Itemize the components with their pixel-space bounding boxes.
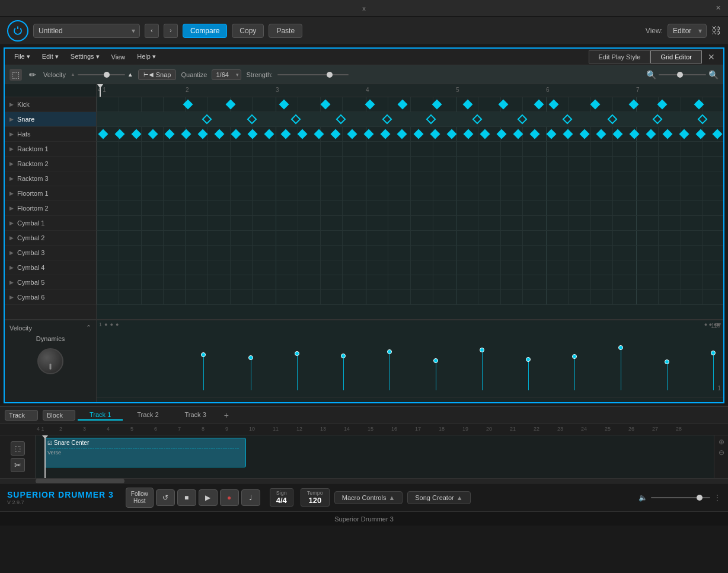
grid-row-cymbal2[interactable] [97, 231, 723, 246]
track-cymbal3[interactable]: ▶ Cymbal 3 [5, 246, 96, 260]
track-block[interactable]: ☑ Snare Center Verse [44, 438, 246, 467]
track-cymbal6[interactable]: ▶ Cymbal 6 [5, 290, 96, 305]
note[interactable] [398, 100, 408, 110]
note[interactable] [596, 129, 606, 139]
velocity-expand-icon[interactable]: ⌃ [86, 324, 91, 332]
grid-row-racktom1[interactable] [97, 142, 723, 157]
note[interactable] [499, 100, 509, 110]
note[interactable] [549, 100, 559, 110]
note-ghost[interactable] [472, 114, 483, 125]
note[interactable] [264, 129, 274, 139]
note[interactable] [657, 100, 668, 110]
block-dropdown[interactable]: Block [43, 410, 75, 421]
more-options-icon[interactable]: ⋮ [714, 494, 721, 502]
vel-node[interactable] [572, 354, 577, 359]
note-ghost[interactable] [247, 114, 257, 125]
note[interactable] [563, 129, 573, 139]
note[interactable] [464, 129, 474, 139]
track-cymbal2[interactable]: ▶ Cymbal 2 [5, 231, 96, 246]
track-racktom2[interactable]: ▶ Racktom 2 [5, 157, 96, 171]
note-ghost[interactable] [336, 114, 346, 125]
note[interactable] [198, 129, 208, 139]
power-button[interactable] [7, 20, 28, 42]
note[interactable] [530, 129, 540, 139]
note[interactable] [646, 129, 656, 139]
note[interactable] [463, 100, 473, 110]
note[interactable] [226, 100, 236, 110]
grid-row-cymbal4[interactable] [97, 260, 723, 275]
zoom-out-icon[interactable]: 🔍 [646, 70, 656, 79]
song-creator-button[interactable]: Song Creator ▲ [407, 491, 470, 504]
note[interactable] [513, 129, 523, 139]
note[interactable] [281, 129, 291, 139]
play-button[interactable]: ▶ [199, 489, 218, 506]
note[interactable] [331, 129, 341, 139]
grid-row-cymbal6[interactable] [97, 290, 723, 305]
note[interactable] [98, 129, 108, 139]
copy-button[interactable]: Copy [232, 24, 264, 38]
note[interactable] [279, 100, 289, 110]
note[interactable] [381, 129, 391, 139]
editor-close-button[interactable]: ✕ [704, 52, 719, 62]
snap-button[interactable]: ⊢◀ Snap [138, 69, 177, 80]
velocity-slider[interactable] [78, 74, 125, 76]
vel-node[interactable] [433, 358, 438, 363]
note-ghost[interactable] [518, 114, 528, 125]
vel-node[interactable] [387, 349, 392, 354]
record-button[interactable]: ● [220, 489, 239, 506]
track-main[interactable]: ☑ Snare Center Verse [36, 435, 714, 478]
vel-node[interactable] [295, 351, 299, 356]
note[interactable] [365, 100, 375, 110]
stop-button[interactable]: ■ [177, 489, 196, 506]
note[interactable] [181, 129, 191, 139]
note[interactable] [497, 129, 507, 139]
note[interactable] [347, 129, 357, 139]
note[interactable] [534, 100, 544, 110]
note[interactable] [414, 129, 424, 139]
macro-controls-button[interactable]: Macro Controls ▲ [334, 491, 403, 504]
grid-row-snare[interactable] [97, 112, 723, 127]
note[interactable] [115, 129, 125, 139]
preset-dropdown[interactable]: Untitled [33, 24, 140, 38]
note[interactable] [694, 100, 704, 110]
note-ghost[interactable] [563, 114, 573, 125]
view-selector[interactable]: Editor [668, 24, 707, 38]
note[interactable] [165, 129, 175, 139]
note[interactable] [629, 100, 639, 110]
note[interactable] [321, 100, 331, 110]
note[interactable] [480, 129, 490, 139]
tab-track-3[interactable]: Track 3 [173, 410, 218, 421]
compare-button[interactable]: Compare [183, 24, 227, 38]
tab-track-1[interactable]: Track 1 [78, 410, 123, 421]
tab-edit-play-style[interactable]: Edit Play Style [589, 50, 651, 63]
grid-row-floortom2[interactable] [97, 201, 723, 216]
add-track-button[interactable]: + [221, 410, 232, 420]
vel-node[interactable] [711, 351, 716, 355]
select-tool-button[interactable]: ⬚ [9, 69, 22, 81]
forward-button[interactable]: › [164, 24, 178, 38]
note[interactable] [364, 129, 374, 139]
close-window-button[interactable]: ✕ [716, 4, 721, 12]
track-floortom2[interactable]: ▶ Floortom 2 [5, 201, 96, 216]
vel-node[interactable] [341, 354, 346, 358]
pencil-tool-button[interactable]: ✏ [27, 69, 39, 81]
note-ghost[interactable] [653, 114, 663, 125]
track-cymbal4[interactable]: ▶ Cymbal 4 [5, 260, 96, 275]
note[interactable] [432, 100, 442, 110]
grid-row-cymbal3[interactable] [97, 246, 723, 260]
note[interactable] [630, 129, 640, 139]
note-ghost[interactable] [291, 114, 301, 125]
note[interactable] [663, 129, 673, 139]
track-zoom-in-icon[interactable]: ⊕ [719, 438, 724, 446]
track-zoom-out-icon[interactable]: ⊖ [719, 448, 724, 457]
zoom-in-icon[interactable]: 🔍 [708, 70, 719, 79]
tab-track-2[interactable]: Track 2 [125, 410, 170, 421]
grid-row-racktom3[interactable] [97, 171, 723, 186]
track-cymbal1[interactable]: ▶ Cymbal 1 [5, 216, 96, 231]
track-scrollbar-thumb[interactable] [36, 479, 124, 483]
note-ghost[interactable] [426, 114, 436, 125]
track-cymbal5[interactable]: ▶ Cymbal 5 [5, 275, 96, 290]
link-icon[interactable]: ⛓ [711, 26, 721, 36]
note[interactable] [183, 100, 193, 110]
track-hats[interactable]: ▶ Hats [5, 127, 96, 142]
